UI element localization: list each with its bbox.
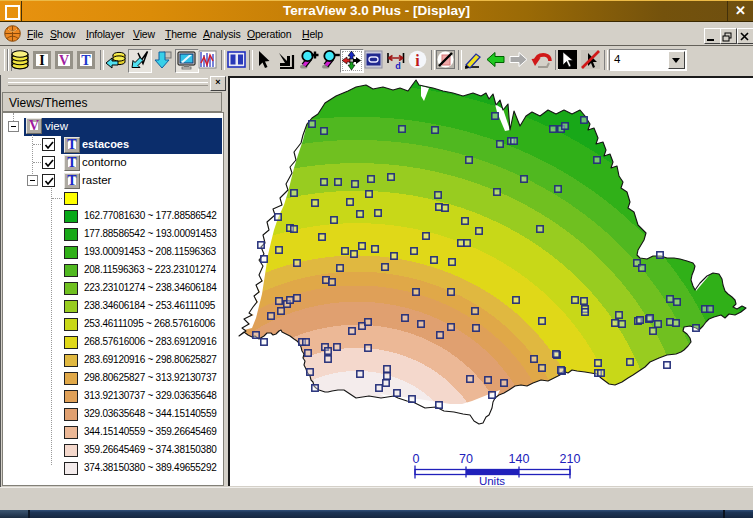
svg-text:70: 70 (459, 452, 473, 466)
svg-text:140: 140 (509, 452, 530, 466)
svg-text:I: I (39, 53, 44, 68)
svg-text:Units: Units (479, 475, 505, 487)
svg-text:V: V (59, 53, 69, 68)
svg-text:T: T (81, 53, 91, 68)
svg-text:0: 0 (413, 452, 420, 466)
svg-text:d: d (395, 61, 401, 71)
svg-text:i: i (415, 52, 420, 69)
svg-text:210: 210 (560, 452, 581, 466)
